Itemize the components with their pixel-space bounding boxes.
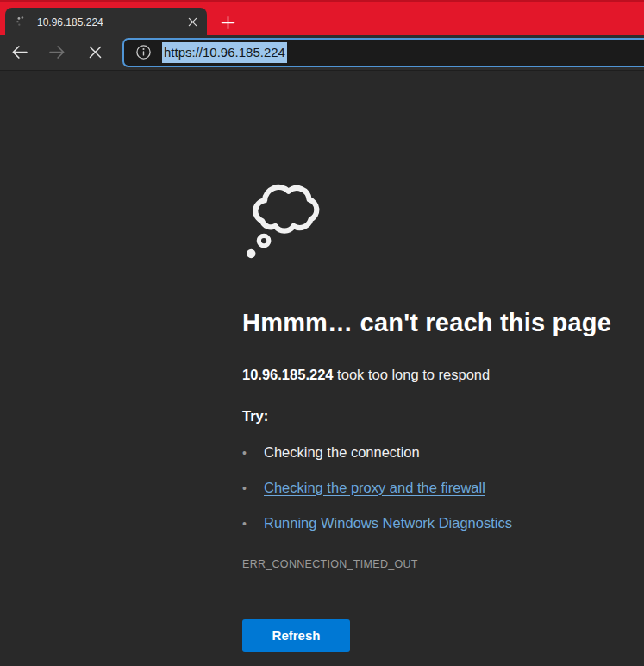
- new-tab-button[interactable]: [216, 11, 239, 34]
- error-page: Hmmm… can't reach this page 10.96.185.22…: [0, 71, 644, 652]
- proxy-firewall-link[interactable]: Checking the proxy and the firewall: [264, 478, 485, 497]
- info-circle-icon: [135, 44, 152, 60]
- error-subtitle-text: took too long to respond: [334, 367, 491, 382]
- tab-close-icon[interactable]: [184, 15, 200, 30]
- address-bar[interactable]: https://10.96.185.224: [122, 38, 644, 67]
- bullet-icon: •: [242, 514, 264, 533]
- refresh-button[interactable]: Refresh: [242, 619, 350, 652]
- error-host: 10.96.185.224: [242, 367, 334, 382]
- stop-x-icon: [87, 44, 103, 60]
- suggestion-list: • Checking the connection • Checking the…: [242, 443, 627, 533]
- try-label: Try:: [242, 406, 627, 425]
- list-item: • Running Windows Network Diagnostics: [242, 513, 627, 533]
- back-button[interactable]: [0, 37, 38, 68]
- bullet-icon: •: [242, 479, 264, 498]
- network-diagnostics-link[interactable]: Running Windows Network Diagnostics: [264, 513, 512, 532]
- back-arrow-icon: [10, 43, 28, 61]
- forward-arrow-icon: [48, 43, 66, 61]
- tab-strip: 10.96.185.224: [0, 0, 644, 35]
- error-code: ERR_CONNECTION_TIMED_OUT: [242, 558, 627, 570]
- suggestion-text: Checking the connection: [264, 443, 420, 462]
- site-info-button[interactable]: [132, 41, 154, 64]
- bullet-icon: •: [242, 443, 264, 462]
- tab-title: 10.96.185.224: [37, 16, 184, 28]
- list-item: • Checking the proxy and the firewall: [242, 478, 627, 498]
- error-title: Hmmm… can't reach this page: [242, 307, 627, 340]
- error-subtitle: 10.96.185.224 took too long to respond: [242, 365, 627, 384]
- stop-button[interactable]: [76, 37, 114, 68]
- thought-cloud-icon: [242, 168, 325, 261]
- browser-tab[interactable]: 10.96.185.224: [5, 8, 207, 36]
- browser-toolbar: https://10.96.185.224: [0, 35, 644, 71]
- list-item: • Checking the connection: [242, 443, 627, 462]
- url-input[interactable]: https://10.96.185.224: [162, 42, 287, 63]
- forward-button[interactable]: [38, 37, 76, 68]
- loading-spinner-icon: [16, 16, 28, 28]
